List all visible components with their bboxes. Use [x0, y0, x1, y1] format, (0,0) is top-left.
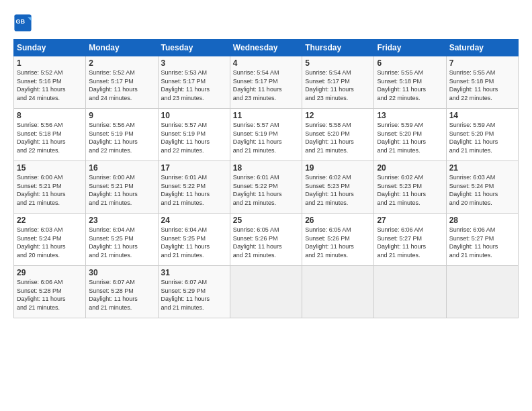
day-number: 4	[233, 58, 299, 68]
day-info: Sunrise: 6:03 AMSunset: 5:24 PMDaylight:…	[17, 226, 83, 259]
calendar-cell: 8Sunrise: 5:56 AMSunset: 5:18 PMDaylight…	[14, 109, 86, 161]
calendar-cell: 5Sunrise: 5:54 AMSunset: 5:17 PMDaylight…	[302, 56, 374, 109]
calendar-cell: 31Sunrise: 6:07 AMSunset: 5:29 PMDayligh…	[158, 266, 230, 318]
calendar-cell: 15Sunrise: 6:00 AMSunset: 5:21 PMDayligh…	[14, 161, 86, 214]
calendar-header-row: SundayMondayTuesdayWednesdayThursdayFrid…	[14, 40, 519, 56]
calendar-cell: 25Sunrise: 6:05 AMSunset: 5:26 PMDayligh…	[230, 214, 302, 266]
header: GB	[13, 10, 519, 32]
day-info: Sunrise: 6:04 AMSunset: 5:25 PMDaylight:…	[89, 226, 154, 259]
calendar-cell: 21Sunrise: 6:03 AMSunset: 5:24 PMDayligh…	[446, 161, 518, 214]
day-info: Sunrise: 6:07 AMSunset: 5:28 PMDaylight:…	[89, 278, 154, 312]
day-info: Sunrise: 5:52 AMSunset: 5:16 PMDaylight:…	[17, 68, 83, 102]
day-number: 22	[17, 216, 83, 225]
day-info: Sunrise: 5:57 AMSunset: 5:19 PMDaylight:…	[161, 121, 227, 154]
day-number: 26	[305, 216, 371, 225]
day-info: Sunrise: 5:55 AMSunset: 5:18 PMDaylight:…	[377, 68, 443, 102]
day-number: 18	[233, 163, 299, 173]
main-container: GB SundayMondayTuesdayWednesdayThursdayF…	[0, 0, 532, 325]
day-number: 30	[89, 268, 154, 277]
day-info: Sunrise: 6:06 AMSunset: 5:28 PMDaylight:…	[17, 278, 83, 312]
calendar-cell: 30Sunrise: 6:07 AMSunset: 5:28 PMDayligh…	[86, 266, 158, 318]
day-number: 25	[233, 216, 299, 225]
day-info: Sunrise: 5:59 AMSunset: 5:20 PMDaylight:…	[377, 121, 443, 154]
day-number: 23	[89, 216, 154, 225]
week-row-3: 22Sunrise: 6:03 AMSunset: 5:24 PMDayligh…	[14, 214, 519, 266]
day-number: 17	[161, 163, 227, 173]
week-row-4: 29Sunrise: 6:06 AMSunset: 5:28 PMDayligh…	[14, 266, 519, 318]
logo: GB	[13, 13, 34, 32]
day-number: 14	[449, 111, 515, 120]
day-number: 10	[161, 111, 227, 120]
day-info: Sunrise: 6:03 AMSunset: 5:24 PMDaylight:…	[449, 173, 515, 207]
calendar-cell	[302, 266, 374, 318]
day-number: 13	[377, 111, 443, 120]
day-info: Sunrise: 6:00 AMSunset: 5:21 PMDaylight:…	[17, 173, 83, 207]
header-thursday: Thursday	[302, 40, 374, 56]
day-info: Sunrise: 6:02 AMSunset: 5:23 PMDaylight:…	[377, 173, 443, 207]
day-info: Sunrise: 5:54 AMSunset: 5:17 PMDaylight:…	[233, 68, 299, 102]
calendar-cell: 17Sunrise: 6:01 AMSunset: 5:22 PMDayligh…	[158, 161, 230, 214]
day-number: 27	[377, 216, 443, 225]
header-saturday: Saturday	[446, 40, 518, 56]
day-number: 2	[89, 58, 154, 68]
calendar-cell: 13Sunrise: 5:59 AMSunset: 5:20 PMDayligh…	[374, 109, 446, 161]
calendar-cell: 20Sunrise: 6:02 AMSunset: 5:23 PMDayligh…	[374, 161, 446, 214]
day-info: Sunrise: 6:04 AMSunset: 5:25 PMDaylight:…	[161, 226, 227, 259]
calendar-table: SundayMondayTuesdayWednesdayThursdayFrid…	[13, 39, 519, 318]
day-info: Sunrise: 5:53 AMSunset: 5:17 PMDaylight:…	[161, 68, 227, 102]
header-friday: Friday	[374, 40, 446, 56]
header-sunday: Sunday	[14, 40, 86, 56]
calendar-cell: 14Sunrise: 5:59 AMSunset: 5:20 PMDayligh…	[446, 109, 518, 161]
day-number: 7	[449, 58, 515, 68]
day-info: Sunrise: 5:57 AMSunset: 5:19 PMDaylight:…	[233, 121, 299, 154]
calendar-cell: 26Sunrise: 6:05 AMSunset: 5:26 PMDayligh…	[302, 214, 374, 266]
day-number: 24	[161, 216, 227, 225]
calendar-cell: 12Sunrise: 5:58 AMSunset: 5:20 PMDayligh…	[302, 109, 374, 161]
day-number: 28	[449, 216, 515, 225]
day-info: Sunrise: 6:02 AMSunset: 5:23 PMDaylight:…	[305, 173, 371, 207]
calendar-cell: 29Sunrise: 6:06 AMSunset: 5:28 PMDayligh…	[14, 266, 86, 318]
day-info: Sunrise: 5:56 AMSunset: 5:19 PMDaylight:…	[89, 121, 154, 154]
day-info: Sunrise: 6:06 AMSunset: 5:27 PMDaylight:…	[377, 226, 443, 259]
calendar-cell: 23Sunrise: 6:04 AMSunset: 5:25 PMDayligh…	[86, 214, 158, 266]
day-number: 15	[17, 163, 83, 173]
day-number: 6	[377, 58, 443, 68]
day-number: 31	[161, 268, 227, 277]
day-info: Sunrise: 5:54 AMSunset: 5:17 PMDaylight:…	[305, 68, 371, 102]
week-row-1: 8Sunrise: 5:56 AMSunset: 5:18 PMDaylight…	[14, 109, 519, 161]
day-info: Sunrise: 6:07 AMSunset: 5:29 PMDaylight:…	[161, 278, 227, 312]
day-number: 8	[17, 111, 83, 120]
day-info: Sunrise: 6:01 AMSunset: 5:22 PMDaylight:…	[161, 173, 227, 207]
svg-text:GB: GB	[16, 18, 26, 25]
day-number: 19	[305, 163, 371, 173]
day-info: Sunrise: 6:06 AMSunset: 5:27 PMDaylight:…	[449, 226, 515, 259]
day-number: 29	[17, 268, 83, 277]
calendar-cell: 24Sunrise: 6:04 AMSunset: 5:25 PMDayligh…	[158, 214, 230, 266]
day-info: Sunrise: 5:58 AMSunset: 5:20 PMDaylight:…	[305, 121, 371, 154]
calendar-cell: 6Sunrise: 5:55 AMSunset: 5:18 PMDaylight…	[374, 56, 446, 109]
week-row-0: 1Sunrise: 5:52 AMSunset: 5:16 PMDaylight…	[14, 56, 519, 109]
calendar-cell: 4Sunrise: 5:54 AMSunset: 5:17 PMDaylight…	[230, 56, 302, 109]
day-info: Sunrise: 6:05 AMSunset: 5:26 PMDaylight:…	[305, 226, 371, 259]
day-info: Sunrise: 5:56 AMSunset: 5:18 PMDaylight:…	[17, 121, 83, 154]
day-info: Sunrise: 6:00 AMSunset: 5:21 PMDaylight:…	[89, 173, 154, 207]
calendar-cell	[446, 266, 518, 318]
day-number: 12	[305, 111, 371, 120]
day-info: Sunrise: 5:59 AMSunset: 5:20 PMDaylight:…	[449, 121, 515, 154]
header-wednesday: Wednesday	[230, 40, 302, 56]
day-info: Sunrise: 6:01 AMSunset: 5:22 PMDaylight:…	[233, 173, 299, 207]
calendar-cell: 7Sunrise: 5:55 AMSunset: 5:18 PMDaylight…	[446, 56, 518, 109]
day-number: 16	[89, 163, 154, 173]
calendar-cell: 3Sunrise: 5:53 AMSunset: 5:17 PMDaylight…	[158, 56, 230, 109]
calendar-cell: 16Sunrise: 6:00 AMSunset: 5:21 PMDayligh…	[86, 161, 158, 214]
calendar-cell: 9Sunrise: 5:56 AMSunset: 5:19 PMDaylight…	[86, 109, 158, 161]
calendar-cell	[230, 266, 302, 318]
header-tuesday: Tuesday	[158, 40, 230, 56]
calendar-cell: 2Sunrise: 5:52 AMSunset: 5:17 PMDaylight…	[86, 56, 158, 109]
day-number: 5	[305, 58, 371, 68]
calendar-cell: 11Sunrise: 5:57 AMSunset: 5:19 PMDayligh…	[230, 109, 302, 161]
calendar-cell: 19Sunrise: 6:02 AMSunset: 5:23 PMDayligh…	[302, 161, 374, 214]
calendar-cell	[374, 266, 446, 318]
day-info: Sunrise: 5:52 AMSunset: 5:17 PMDaylight:…	[89, 68, 154, 102]
calendar-cell: 18Sunrise: 6:01 AMSunset: 5:22 PMDayligh…	[230, 161, 302, 214]
